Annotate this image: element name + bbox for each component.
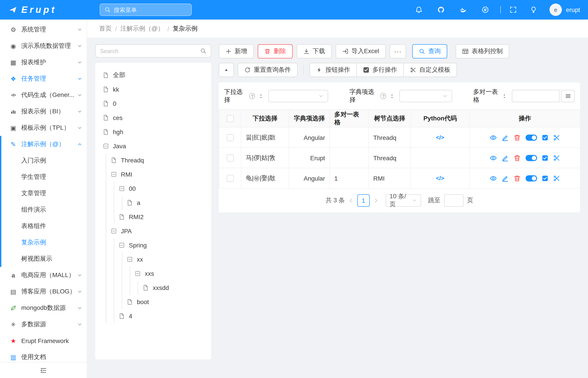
dict-select[interactable]: [400, 90, 452, 102]
brand[interactable]: Erupt: [0, 4, 87, 15]
tree-node[interactable]: xx: [99, 252, 208, 267]
toggle-switch-on[interactable]: [526, 155, 537, 161]
sidebar-item-mall-app[interactable]: a 电商应用（MALL）: [0, 267, 87, 283]
more-button[interactable]: ···: [390, 44, 406, 58]
sidebar-item-demo-data[interactable]: ◉ 演示系统数据管理: [0, 38, 87, 54]
page-number[interactable]: 1: [357, 194, 370, 207]
sidebar-item-report-maintain[interactable]: ▦ 报表维护: [0, 54, 87, 70]
tree-node[interactable]: ces: [99, 111, 208, 125]
edit-icon[interactable]: [502, 154, 509, 161]
sidebar-item-blog-app[interactable]: ▤ 博客应用（BLOG）: [0, 283, 87, 300]
submenu-item-tree-view[interactable]: 树视图展示: [0, 251, 87, 267]
docker-icon[interactable]: [460, 6, 467, 13]
add-button[interactable]: 新增: [219, 44, 254, 58]
checked-checkbox-icon[interactable]: [542, 134, 548, 141]
python-code-link[interactable]: </>: [411, 168, 470, 189]
menu-search-input[interactable]: [114, 6, 180, 13]
fullscreen-icon[interactable]: [510, 6, 517, 13]
tree-node[interactable]: JPA: [99, 224, 208, 238]
prev-page-icon[interactable]: [348, 198, 354, 203]
sidebar-item-multi-datasource[interactable]: ✳ 多数据源: [0, 316, 87, 332]
sidebar-item-annotation-example[interactable]: ✎ 注解示例（@）: [0, 136, 87, 152]
tree-node[interactable]: RMI: [99, 167, 208, 181]
toggle-switch-on[interactable]: [526, 134, 537, 141]
edit-icon[interactable]: [502, 134, 509, 141]
multi-row-operation-button[interactable]: 多行操作: [356, 63, 404, 77]
query-button[interactable]: 查询: [412, 44, 447, 58]
tree-node[interactable]: Java: [99, 139, 208, 153]
submenu-item-article[interactable]: 文章管理: [0, 185, 87, 201]
toggle-switch-on[interactable]: [526, 175, 537, 181]
tree-node[interactable]: Spring: [99, 238, 208, 252]
select-all-checkbox[interactable]: [226, 115, 233, 122]
breadcrumb-annotation[interactable]: 注解示例（@）: [121, 25, 164, 33]
collapse-icon[interactable]: [110, 228, 117, 234]
question-circle-icon[interactable]: [249, 93, 255, 99]
python-code-link[interactable]: </>: [411, 127, 470, 148]
view-icon[interactable]: [490, 134, 497, 141]
many-to-one-picker-button[interactable]: [561, 90, 575, 102]
bulb-icon[interactable]: [530, 6, 537, 13]
collapse-icon[interactable]: [134, 271, 141, 276]
custom-template-button[interactable]: 自定义模板: [403, 63, 457, 77]
row-checkbox[interactable]: [226, 154, 233, 161]
sidebar-item-mongodb-datasource[interactable]: mongodb数据源: [0, 300, 87, 316]
github-icon[interactable]: [438, 6, 445, 13]
scissors-icon[interactable]: [553, 175, 560, 182]
page-size-select[interactable]: 10 条/页: [386, 194, 421, 207]
tree-node[interactable]: 全部: [99, 68, 208, 82]
collapse-icon[interactable]: [118, 186, 125, 191]
submenu-item-table-component[interactable]: 表格组件: [0, 218, 87, 234]
tree-node[interactable]: a: [99, 196, 208, 210]
jump-input[interactable]: [444, 194, 464, 207]
scissors-icon[interactable]: [553, 134, 560, 141]
import-excel-button[interactable]: 导入Excel: [336, 44, 386, 58]
next-page-icon[interactable]: [373, 198, 379, 203]
user-menu[interactable]: e erupt: [549, 3, 580, 16]
sidebar-item-system-management[interactable]: ⚙ 系统管理: [0, 21, 87, 38]
breadcrumb-home[interactable]: 首页: [99, 25, 111, 33]
collapse-query-button[interactable]: [219, 63, 234, 77]
reset-query-button[interactable]: 重置查询条件: [238, 63, 298, 77]
delete-button[interactable]: 删除: [258, 44, 293, 58]
sidebar-item-erupt-framework[interactable]: ★ Erupt Framework: [0, 332, 87, 349]
collapse-icon[interactable]: [102, 143, 109, 149]
tree-node[interactable]: 4: [99, 309, 208, 323]
tree-search-input[interactable]: [100, 48, 197, 54]
button-operation-button[interactable]: 按钮操作: [310, 63, 357, 77]
tree-node[interactable]: RMI2: [99, 210, 208, 224]
submenu-item-complex-example[interactable]: 复杂示例: [0, 234, 87, 251]
sidebar-item-bi-example[interactable]: 报表示例（BI）: [0, 103, 87, 120]
sidebar-item-code-generation[interactable]: </> 代码生成（Gener...: [0, 87, 87, 103]
question-circle-icon[interactable]: [381, 93, 386, 99]
sidebar-item-task-management[interactable]: ❖ 任务管理: [0, 70, 87, 87]
collapse-icon[interactable]: [126, 257, 133, 262]
collapse-icon[interactable]: [110, 172, 117, 177]
tree-node[interactable]: kk: [99, 82, 208, 96]
view-icon[interactable]: [490, 154, 497, 161]
submenu-item-component-demo[interactable]: 组件演示: [0, 201, 87, 218]
many-to-one-input[interactable]: [512, 90, 560, 102]
delete-icon[interactable]: [514, 154, 521, 161]
tree-node[interactable]: xxs: [99, 267, 208, 281]
menu-search-box[interactable]: [100, 3, 192, 16]
submenu-item-student[interactable]: 学生管理: [0, 169, 87, 185]
tree-search-box[interactable]: [95, 44, 211, 57]
tree-node[interactable]: hgh: [99, 125, 208, 139]
bell-icon[interactable]: [415, 6, 423, 13]
tree-node[interactable]: 0: [99, 96, 208, 111]
row-checkbox[interactable]: [226, 175, 233, 182]
sidebar-item-tpl-example[interactable]: ▣ 模板示例（TPL）: [0, 120, 87, 136]
scissors-icon[interactable]: [553, 154, 560, 161]
delete-icon[interactable]: [514, 175, 521, 182]
sidebar-item-docs[interactable]: ▥ 使用文档: [0, 349, 87, 362]
tree-node[interactable]: boot: [99, 295, 208, 309]
checked-checkbox-icon[interactable]: [542, 155, 548, 161]
column-control-button[interactable]: 表格列控制: [456, 44, 509, 58]
delete-icon[interactable]: [514, 134, 521, 141]
row-checkbox[interactable]: [226, 134, 233, 141]
sidebar-collapse-button[interactable]: [0, 362, 87, 378]
tree-node[interactable]: Threadq: [99, 153, 208, 167]
edit-icon[interactable]: [502, 175, 509, 182]
gitee-icon[interactable]: [482, 6, 489, 13]
